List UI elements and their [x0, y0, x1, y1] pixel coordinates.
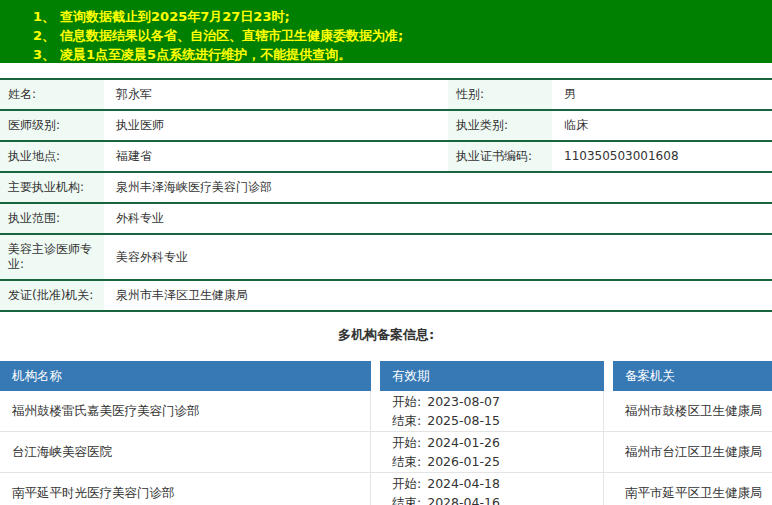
end-date: 2026-01-25 — [427, 454, 500, 469]
validity-end: 结束:2028-04-16 — [392, 493, 500, 505]
doctor-info-table: 姓名: 郭永军 性别: 男 医师级别: 执业医师 执业类别: 临床 执业地点: … — [0, 78, 772, 312]
end-label: 结束: — [392, 495, 421, 505]
certificate-number-label: 执业证书编码: — [448, 141, 552, 172]
cell-gap — [604, 391, 613, 432]
end-date: 2028-04-16 — [427, 495, 500, 505]
notice-text: 查询数据截止到2025年7月27日23时; — [60, 9, 290, 24]
issuing-authority-label: 发证(批准)机关: — [0, 280, 104, 311]
name-label: 姓名: — [0, 79, 104, 110]
main-institution-label: 主要执业机构: — [0, 172, 104, 203]
notice-text: 信息数据结果以各省、自治区、直辖市卫生健康委数据为准; — [60, 28, 403, 43]
table-row: 发证(批准)机关: 泉州市丰泽区卫生健康局 — [0, 280, 772, 311]
practice-scope-label: 执业范围: — [0, 203, 104, 234]
notice-line-3: 3、凌晨1点至凌晨5点系统进行维护，不能提供查询。 — [33, 45, 762, 64]
cell-gap — [371, 432, 380, 473]
validity-start: 开始:2023-08-07 — [392, 392, 500, 411]
validity-start: 开始:2024-04-18 — [392, 474, 500, 493]
institution-name-cell: 南平延平时光医疗美容门诊部 — [0, 473, 371, 505]
filing-authority-cell: 福州市台江区卫生健康局 — [613, 432, 772, 473]
name-value: 郭永军 — [104, 79, 448, 110]
table-row: 美容主诊医师专业: 美容外科专业 — [0, 234, 772, 280]
gender-value: 男 — [552, 79, 772, 110]
notice-line-2: 2、信息数据结果以各省、自治区、直辖市卫生健康委数据为准; — [33, 26, 762, 45]
practice-category-value: 临床 — [552, 110, 772, 141]
cell-gap — [371, 473, 380, 505]
start-date: 2023-08-07 — [427, 394, 500, 409]
filing-table: 机构名称 有效期 备案机关 福州鼓楼雷氏嘉美医疗美容门诊部 开始:2023-08… — [0, 361, 772, 505]
cell-gap — [604, 432, 613, 473]
notice-banner: 1、查询数据截止到2025年7月27日23时; 2、信息数据结果以各省、自治区、… — [0, 0, 772, 63]
institution-name-cell: 台江海峡美容医院 — [0, 432, 371, 473]
filing-authority-cell: 福州市鼓楼区卫生健康局 — [613, 391, 772, 432]
cell-gap — [371, 391, 380, 432]
start-label: 开始: — [392, 476, 421, 491]
end-date: 2025-08-15 — [427, 413, 500, 428]
column-header-authority: 备案机关 — [613, 361, 772, 391]
column-header-institution: 机构名称 — [0, 361, 371, 391]
header-gap — [604, 361, 613, 391]
end-label: 结束: — [392, 413, 421, 428]
notice-line-1: 1、查询数据截止到2025年7月27日23时; — [33, 7, 762, 26]
validity-cell: 开始:2024-01-26 结束:2026-01-25 — [380, 432, 604, 473]
start-label: 开始: — [392, 394, 421, 409]
validity-end: 结束:2026-01-25 — [392, 452, 500, 471]
doctor-level-label: 医师级别: — [0, 110, 104, 141]
practice-location-label: 执业地点: — [0, 141, 104, 172]
cell-gap — [604, 473, 613, 505]
column-header-validity: 有效期 — [380, 361, 604, 391]
certificate-number-value: 110350503001608 — [552, 141, 772, 172]
validity-cell: 开始:2024-04-18 结束:2028-04-16 — [380, 473, 604, 505]
practice-location-value: 福建省 — [104, 141, 448, 172]
start-date: 2024-01-26 — [427, 435, 500, 450]
cosmetic-specialty-label: 美容主诊医师专业: — [0, 234, 104, 280]
table-row: 医师级别: 执业医师 执业类别: 临床 — [0, 110, 772, 141]
issuing-authority-value: 泉州市丰泽区卫生健康局 — [104, 280, 772, 311]
notice-number: 2、 — [33, 28, 55, 43]
practice-category-label: 执业类别: — [448, 110, 552, 141]
table-row: 执业范围: 外科专业 — [0, 203, 772, 234]
practice-scope-value: 外科专业 — [104, 203, 772, 234]
validity-cell: 开始:2023-08-07 结束:2025-08-15 — [380, 391, 604, 432]
notice-number: 3、 — [33, 47, 55, 62]
table-row: 执业地点: 福建省 执业证书编码: 110350503001608 — [0, 141, 772, 172]
notice-number: 1、 — [33, 9, 55, 24]
filing-authority-cell: 南平市延平区卫生健康局 — [613, 473, 772, 505]
table-row: 姓名: 郭永军 性别: 男 — [0, 79, 772, 110]
header-gap — [371, 361, 380, 391]
notice-text: 凌晨1点至凌晨5点系统进行维护，不能提供查询。 — [60, 47, 351, 62]
validity-start: 开始:2024-01-26 — [392, 433, 500, 452]
cosmetic-specialty-value: 美容外科专业 — [104, 234, 772, 280]
start-label: 开始: — [392, 435, 421, 450]
gender-label: 性别: — [448, 79, 552, 110]
validity-end: 结束:2025-08-15 — [392, 411, 500, 430]
institution-name-cell: 福州鼓楼雷氏嘉美医疗美容门诊部 — [0, 391, 371, 432]
doctor-level-value: 执业医师 — [104, 110, 448, 141]
start-date: 2024-04-18 — [427, 476, 500, 491]
end-label: 结束: — [392, 454, 421, 469]
multi-institution-section-title: 多机构备案信息: — [0, 326, 772, 344]
main-institution-value: 泉州丰泽海峡医疗美容门诊部 — [104, 172, 772, 203]
table-row: 主要执业机构: 泉州丰泽海峡医疗美容门诊部 — [0, 172, 772, 203]
